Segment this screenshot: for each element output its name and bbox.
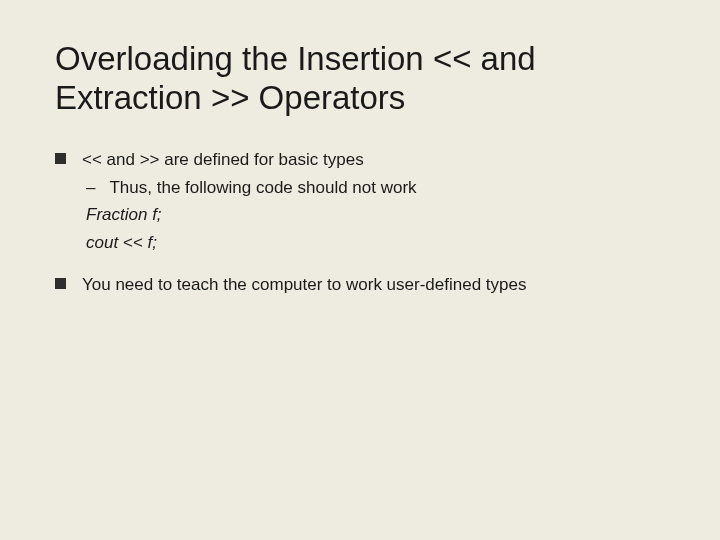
code-line: cout << f; xyxy=(86,231,665,256)
sub-bullet-item: – Thus, the following code should not wo… xyxy=(86,176,665,201)
bullet-content: << and >> are defined for basic types – … xyxy=(82,148,665,256)
bullet-text: << and >> are defined for basic types xyxy=(82,148,665,173)
slide-title: Overloading the Insertion << and Extract… xyxy=(55,40,665,118)
code-line: Fraction f; xyxy=(86,203,665,228)
slide: Overloading the Insertion << and Extract… xyxy=(0,0,720,540)
bullet-item: << and >> are defined for basic types – … xyxy=(55,148,665,256)
sub-bullet-text: Thus, the following code should not work xyxy=(109,176,416,201)
bullet-list: << and >> are defined for basic types – … xyxy=(55,148,665,298)
bullet-item: You need to teach the computer to work u… xyxy=(55,273,665,298)
bullet-content: You need to teach the computer to work u… xyxy=(82,273,665,298)
square-bullet-icon xyxy=(55,153,66,164)
dash-bullet-icon: – xyxy=(86,176,95,201)
square-bullet-icon xyxy=(55,278,66,289)
bullet-text: You need to teach the computer to work u… xyxy=(82,273,665,298)
